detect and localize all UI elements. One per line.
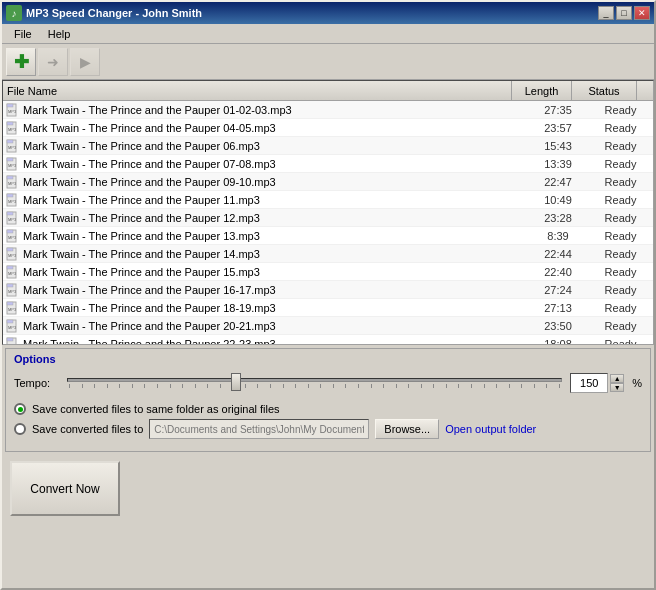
app-icon: ♪: [6, 5, 22, 21]
file-length-cell: 8:39: [528, 230, 588, 242]
title-bar-controls: _ □ ✕: [598, 6, 650, 20]
slider-tick: [534, 384, 535, 388]
table-row[interactable]: MP3Mark Twain - The Prince and the Paupe…: [3, 317, 653, 335]
table-row[interactable]: MP3Mark Twain - The Prince and the Paupe…: [3, 173, 653, 191]
file-icon: MP3: [3, 209, 21, 227]
tempo-row: Tempo: ▲ ▼ %: [14, 371, 642, 395]
slider-tick: [446, 384, 447, 388]
file-name-cell: Mark Twain - The Prince and the Pauper 0…: [21, 122, 528, 134]
file-status-cell: Ready: [588, 140, 653, 152]
remove-button[interactable]: ➜: [38, 48, 68, 76]
file-status-cell: Ready: [588, 338, 653, 345]
slider-tick: [396, 384, 397, 388]
table-row[interactable]: MP3Mark Twain - The Prince and the Paupe…: [3, 119, 653, 137]
column-header-length[interactable]: Length: [512, 81, 572, 100]
file-length-cell: 13:39: [528, 158, 588, 170]
table-row[interactable]: MP3Mark Twain - The Prince and the Paupe…: [3, 227, 653, 245]
svg-rect-40: [7, 338, 13, 341]
file-status-cell: Ready: [588, 104, 653, 116]
toolbar: ✚ ➜ ▶: [2, 44, 654, 80]
table-row[interactable]: MP3Mark Twain - The Prince and the Paupe…: [3, 101, 653, 119]
tempo-slider-thumb[interactable]: [231, 373, 241, 391]
file-name-cell: Mark Twain - The Prince and the Pauper 1…: [21, 194, 528, 206]
tempo-value-input[interactable]: [570, 373, 608, 393]
slider-tick: [521, 384, 522, 388]
table-row[interactable]: MP3Mark Twain - The Prince and the Paupe…: [3, 209, 653, 227]
file-length-cell: 27:13: [528, 302, 588, 314]
file-icon: MP3: [3, 317, 21, 335]
svg-rect-37: [7, 320, 13, 323]
table-row[interactable]: MP3Mark Twain - The Prince and the Paupe…: [3, 245, 653, 263]
svg-text:MP3: MP3: [8, 217, 17, 222]
minimize-button[interactable]: _: [598, 6, 614, 20]
slider-tick: [283, 384, 284, 388]
file-list-body[interactable]: MP3Mark Twain - The Prince and the Paupe…: [3, 101, 653, 344]
options-panel: Options Tempo: ▲ ▼ %: [5, 348, 651, 452]
file-status-cell: Ready: [588, 248, 653, 260]
slider-tick: [82, 384, 83, 388]
file-name-cell: Mark Twain - The Prince and the Pauper 1…: [21, 266, 528, 278]
column-header-filename[interactable]: File Name: [3, 81, 512, 100]
radio-custom-folder[interactable]: [14, 423, 26, 435]
title-bar-text: MP3 Speed Changer - John Smith: [26, 7, 202, 19]
slider-tick: [245, 384, 246, 388]
file-length-cell: 10:49: [528, 194, 588, 206]
file-status-cell: Ready: [588, 212, 653, 224]
file-length-cell: 23:50: [528, 320, 588, 332]
svg-rect-31: [7, 284, 13, 287]
file-length-cell: 23:57: [528, 122, 588, 134]
convert-now-button[interactable]: Convert Now: [10, 461, 120, 516]
file-name-cell: Mark Twain - The Prince and the Pauper 2…: [21, 338, 528, 345]
add-files-button[interactable]: ✚: [6, 48, 36, 76]
table-row[interactable]: MP3Mark Twain - The Prince and the Paupe…: [3, 155, 653, 173]
column-header-status[interactable]: Status: [572, 81, 637, 100]
slider-tick: [408, 384, 409, 388]
svg-text:MP3: MP3: [8, 289, 17, 294]
table-row[interactable]: MP3Mark Twain - The Prince and the Paupe…: [3, 281, 653, 299]
svg-text:MP3: MP3: [8, 343, 17, 345]
table-row[interactable]: MP3Mark Twain - The Prince and the Paupe…: [3, 263, 653, 281]
slider-tick: [257, 384, 258, 388]
radio-row-2: Save converted files to Browse... Open o…: [14, 419, 642, 439]
spinner-up-button[interactable]: ▲: [610, 374, 624, 383]
browse-button[interactable]: Browse...: [375, 419, 439, 439]
close-button[interactable]: ✕: [634, 6, 650, 20]
table-row[interactable]: MP3Mark Twain - The Prince and the Paupe…: [3, 137, 653, 155]
table-row[interactable]: MP3Mark Twain - The Prince and the Paupe…: [3, 191, 653, 209]
slider-tick: [195, 384, 196, 388]
slider-ticks: [67, 384, 562, 388]
slider-tick: [433, 384, 434, 388]
tempo-slider-track[interactable]: [67, 378, 562, 382]
tempo-spinner: ▲ ▼: [570, 373, 624, 393]
slider-tick: [157, 384, 158, 388]
slider-tick: [270, 384, 271, 388]
svg-text:MP3: MP3: [8, 271, 17, 276]
output-path-input[interactable]: [149, 419, 369, 439]
open-output-folder-link[interactable]: Open output folder: [445, 423, 536, 435]
menu-help[interactable]: Help: [40, 26, 79, 42]
svg-text:MP3: MP3: [8, 109, 17, 114]
maximize-button[interactable]: □: [616, 6, 632, 20]
svg-rect-28: [7, 266, 13, 269]
table-row[interactable]: MP3Mark Twain - The Prince and the Paupe…: [3, 335, 653, 344]
file-name-cell: Mark Twain - The Prince and the Pauper 1…: [21, 230, 528, 242]
slider-tick: [546, 384, 547, 388]
title-bar: ♪ MP3 Speed Changer - John Smith _ □ ✕: [2, 2, 654, 24]
slider-tick: [144, 384, 145, 388]
file-status-cell: Ready: [588, 230, 653, 242]
file-icon: MP3: [3, 227, 21, 245]
file-name-cell: Mark Twain - The Prince and the Pauper 1…: [21, 284, 528, 296]
slider-tick: [383, 384, 384, 388]
play-button[interactable]: ▶: [70, 48, 100, 76]
file-length-cell: 27:24: [528, 284, 588, 296]
tempo-slider-container: [67, 371, 562, 395]
svg-rect-10: [7, 158, 13, 161]
svg-text:MP3: MP3: [8, 235, 17, 240]
slider-tick: [509, 384, 510, 388]
file-icon: MP3: [3, 191, 21, 209]
menu-file[interactable]: File: [6, 26, 40, 42]
radio-same-folder[interactable]: [14, 403, 26, 415]
table-row[interactable]: MP3Mark Twain - The Prince and the Paupe…: [3, 299, 653, 317]
percent-label: %: [632, 377, 642, 389]
spinner-down-button[interactable]: ▼: [610, 383, 624, 392]
